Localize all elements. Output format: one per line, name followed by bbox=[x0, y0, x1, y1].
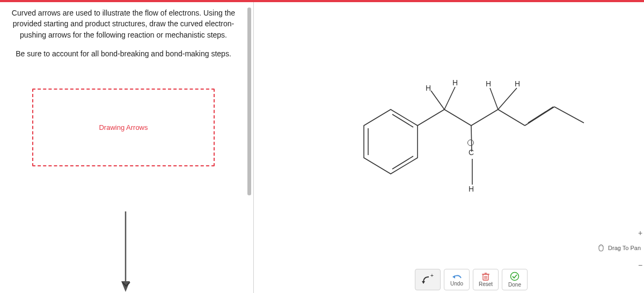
atom-label-h: H bbox=[515, 79, 520, 88]
atom-label-c: C bbox=[469, 148, 474, 157]
atom-label-h: H bbox=[486, 79, 491, 88]
scrollbar[interactable] bbox=[247, 8, 251, 195]
done-button[interactable]: Done bbox=[502, 269, 528, 290]
drag-to-pan-control[interactable]: Drag To Pan bbox=[597, 244, 641, 252]
svg-point-29 bbox=[511, 273, 519, 281]
instructions-panel: Curved arrows are used to illustrate the… bbox=[0, 2, 252, 293]
drawing-canvas-panel: H H H H C H + Undo bbox=[253, 2, 644, 293]
atom-label-h: H bbox=[452, 78, 458, 87]
atom-label-h: H bbox=[469, 185, 474, 193]
undo-button[interactable]: Undo bbox=[444, 269, 470, 290]
svg-line-17 bbox=[554, 107, 584, 123]
undo-label: Undo bbox=[450, 281, 463, 287]
svg-line-11 bbox=[471, 109, 498, 126]
drawing-arrows-box[interactable]: Drawing Arrows bbox=[32, 89, 215, 166]
svg-marker-2 bbox=[364, 109, 418, 174]
zoom-out-button[interactable]: − bbox=[638, 261, 642, 269]
instruction-paragraph-1: Curved arrows are used to illustrate the… bbox=[9, 8, 238, 40]
undo-icon bbox=[451, 273, 462, 280]
drawing-box-label: Drawing Arrows bbox=[99, 123, 148, 131]
svg-marker-22 bbox=[452, 275, 455, 279]
svg-line-7 bbox=[444, 109, 471, 126]
instructions-text: Curved arrows are used to illustrate the… bbox=[5, 8, 241, 59]
svg-line-13 bbox=[498, 88, 517, 109]
curved-arrow-tool-button[interactable]: + bbox=[415, 269, 441, 290]
done-label: Done bbox=[508, 282, 521, 288]
svg-line-15 bbox=[525, 107, 554, 126]
reset-button[interactable]: Reset bbox=[473, 269, 499, 290]
hand-icon bbox=[597, 244, 605, 252]
reset-label: Reset bbox=[479, 281, 493, 287]
atom-label-h: H bbox=[426, 84, 431, 92]
check-circle-icon bbox=[510, 272, 519, 281]
charge-plus-icon bbox=[467, 140, 474, 146]
chevron-down-icon[interactable] bbox=[121, 280, 131, 290]
drag-to-pan-label: Drag To Pan bbox=[608, 245, 641, 251]
svg-line-8 bbox=[471, 126, 472, 151]
svg-line-12 bbox=[490, 88, 498, 109]
curved-arrow-icon: + bbox=[421, 274, 434, 285]
instruction-paragraph-2: Be sure to account for all bond-breaking… bbox=[9, 48, 238, 59]
svg-line-14 bbox=[498, 109, 525, 126]
svg-line-6 bbox=[418, 109, 444, 126]
svg-line-9 bbox=[431, 91, 444, 109]
trash-icon bbox=[482, 272, 489, 281]
drawing-toolbar: + Undo Reset bbox=[415, 269, 528, 290]
svg-text:+: + bbox=[430, 274, 434, 279]
svg-marker-20 bbox=[422, 281, 425, 284]
zoom-in-button[interactable]: + bbox=[638, 229, 642, 237]
molecule-canvas[interactable]: H H H H C H bbox=[254, 2, 644, 293]
zoom-controls: + − bbox=[636, 228, 644, 270]
svg-line-10 bbox=[444, 87, 455, 109]
svg-line-16 bbox=[528, 107, 553, 123]
